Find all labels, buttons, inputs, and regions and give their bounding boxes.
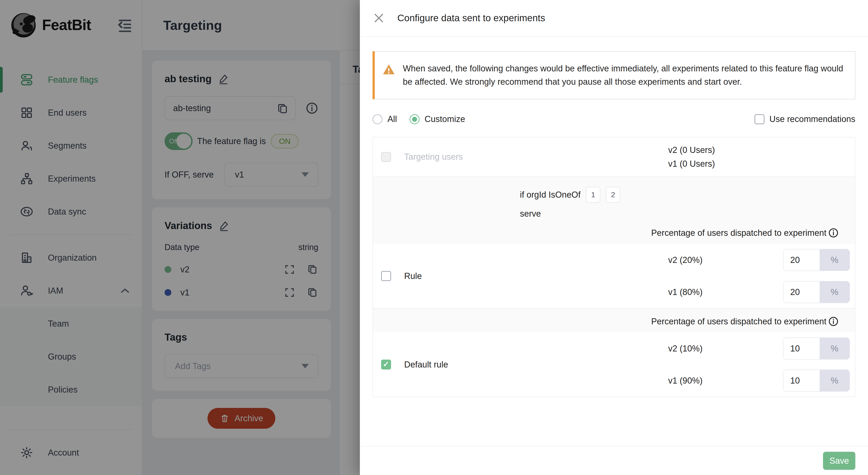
rule-label: Rule bbox=[404, 271, 422, 281]
default-rule-subheader: Percentage of users dispatched to experi… bbox=[373, 309, 855, 333]
modal-header: Configure data sent to experiments bbox=[360, 0, 868, 37]
percentage-header: Percentage of users dispatched to experi… bbox=[651, 317, 827, 327]
rule-v1-percentage-input[interactable] bbox=[783, 281, 819, 303]
default-rule-checkbox[interactable] bbox=[381, 360, 391, 370]
app-root: FeatBit bbox=[0, 0, 868, 475]
targeting-users-v1: v1 (0 Users) bbox=[668, 157, 855, 171]
rule-variation-row: v2 (20%) % bbox=[520, 244, 855, 276]
rule-subheader: if orgId IsOneOf 1 2 serve Percentage of… bbox=[373, 177, 855, 244]
radio-customize[interactable] bbox=[410, 114, 420, 124]
rule-condition-text: if orgId IsOneOf bbox=[520, 190, 581, 200]
default-v1-label: v1 (90%) bbox=[668, 376, 703, 385]
modal-footer: Save bbox=[360, 446, 868, 475]
rule-v1-label: v1 (80%) bbox=[668, 287, 703, 297]
percent-suffix: % bbox=[819, 281, 849, 303]
rule-checkbox[interactable] bbox=[381, 271, 391, 281]
use-recommendations-label: Use recommendations bbox=[770, 114, 855, 124]
targeting-users-checkbox[interactable] bbox=[381, 152, 391, 162]
default-rule-label: Default rule bbox=[404, 360, 448, 370]
rule-v2-percentage-input[interactable] bbox=[783, 249, 819, 271]
default-rule-row: Percentage of users dispatched to experi… bbox=[373, 309, 855, 397]
dispatch-options-row: All Customize Use recommendations bbox=[373, 114, 855, 124]
warning-icon bbox=[382, 63, 395, 76]
rule-row: if orgId IsOneOf 1 2 serve Percentage of… bbox=[373, 177, 855, 309]
use-recommendations-checkbox[interactable] bbox=[754, 114, 765, 124]
experiment-config-table: Targeting users v2 (0 Users) v1 (0 Users… bbox=[373, 137, 855, 397]
save-button[interactable]: Save bbox=[823, 452, 855, 470]
radio-all-label: All bbox=[388, 114, 397, 124]
percentage-header: Percentage of users dispatched to experi… bbox=[651, 228, 827, 238]
default-v1-percentage-input[interactable] bbox=[783, 370, 819, 391]
info-icon[interactable] bbox=[828, 228, 839, 238]
info-icon[interactable] bbox=[828, 316, 839, 327]
rule-serve-label: serve bbox=[520, 209, 839, 218]
rule-condition-value-tag: 1 bbox=[586, 187, 600, 203]
targeting-users-row: Targeting users v2 (0 Users) v1 (0 Users… bbox=[373, 137, 855, 177]
percent-suffix: % bbox=[819, 338, 849, 359]
targeting-users-v2: v2 (0 Users) bbox=[668, 143, 855, 157]
warning-text: When saved, the following changes would … bbox=[403, 62, 846, 89]
percent-suffix: % bbox=[819, 249, 849, 271]
default-rule-variation-row: v1 (90%) % bbox=[520, 365, 855, 397]
close-icon[interactable] bbox=[373, 12, 385, 24]
default-rule-variation-row: v2 (10%) % bbox=[520, 333, 855, 365]
radio-all[interactable] bbox=[373, 114, 382, 124]
rule-v2-label: v2 (20%) bbox=[668, 255, 703, 265]
warning-alert: When saved, the following changes would … bbox=[373, 51, 855, 99]
rule-variation-row: v1 (80%) % bbox=[520, 276, 855, 308]
rule-condition-value-tag: 2 bbox=[606, 187, 620, 203]
modal-title: Configure data sent to experiments bbox=[397, 13, 545, 24]
experiments-config-modal: Configure data sent to experiments When … bbox=[360, 0, 868, 475]
default-v2-label: v2 (10%) bbox=[668, 344, 703, 353]
modal-body: When saved, the following changes would … bbox=[360, 51, 868, 397]
targeting-users-label: Targeting users bbox=[404, 152, 463, 162]
default-v2-percentage-input[interactable] bbox=[783, 338, 819, 359]
percent-suffix: % bbox=[819, 370, 849, 391]
radio-customize-label: Customize bbox=[425, 114, 465, 124]
